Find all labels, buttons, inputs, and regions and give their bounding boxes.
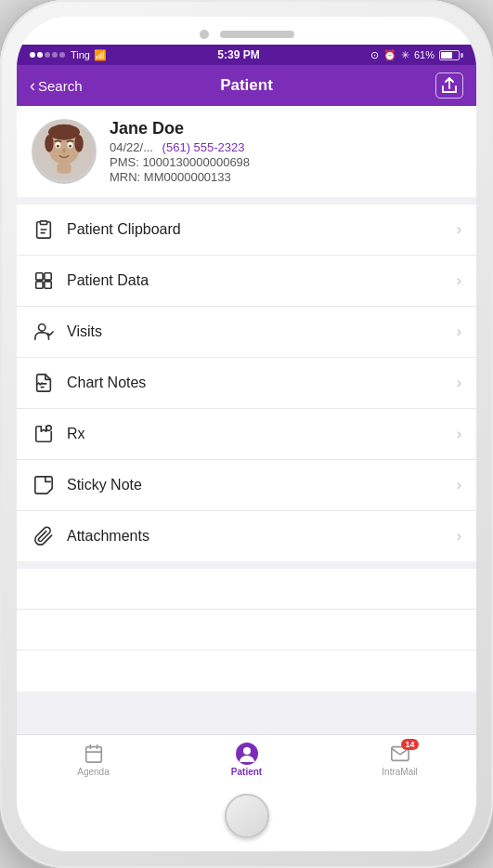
chart-notes-icon (32, 371, 56, 395)
sticky-note-icon (32, 473, 56, 497)
svg-rect-16 (36, 282, 43, 288)
back-chevron-icon: ‹ (30, 77, 35, 94)
chevron-rx: › (457, 426, 461, 442)
intramail-icon-wrap: 14 (389, 743, 411, 765)
dot4 (52, 52, 58, 58)
home-button[interactable] (225, 794, 269, 838)
tab-label-agenda: Agenda (77, 767, 109, 777)
empty-row-3 (17, 651, 476, 691)
phone-frame: Ting 📶 5:39 PM ⊙ ⏰ ✳ 61% ‹ Se (0, 0, 493, 868)
intramail-badge: 14 (401, 739, 418, 750)
patient-name: Jane Doe (110, 119, 461, 138)
alarm-icon: ⏰ (383, 49, 396, 61)
clipboard-icon (32, 217, 56, 242)
patient-pms: PMS: 1000130000000698 (110, 155, 461, 169)
svg-rect-22 (85, 747, 101, 763)
rx-icon (32, 422, 56, 446)
svg-point-8 (57, 145, 59, 148)
menu-item-chart[interactable]: Chart Notes › (17, 358, 476, 409)
empty-row-1 (17, 569, 476, 610)
dot1 (30, 52, 35, 58)
chevron-visits: › (457, 323, 461, 340)
svg-point-3 (48, 125, 80, 140)
status-bar: Ting 📶 5:39 PM ⊙ ⏰ ✳ 61% (17, 45, 476, 65)
chevron-data: › (457, 272, 461, 289)
bluetooth-icon: ✳ (401, 49, 409, 61)
menu-label-attachments: Attachments (67, 528, 457, 545)
location-icon: ⊙ (370, 49, 379, 61)
tab-label-patient: Patient (231, 767, 262, 777)
menu-label-sticky: Sticky Note (67, 477, 457, 493)
menu-item-rx[interactable]: Rx › (17, 409, 476, 460)
tab-label-intramail: IntraMail (382, 767, 417, 777)
empty-row-2 (17, 610, 476, 651)
empty-section (17, 569, 476, 691)
tab-bar: Agenda Patient 1 (17, 734, 476, 783)
battery-tip (461, 53, 463, 58)
speaker-grille (220, 31, 294, 38)
svg-point-9 (69, 145, 71, 148)
svg-point-18 (39, 324, 45, 331)
wifi-icon: 📶 (94, 49, 107, 61)
patient-dob-row: 04/22/... (561) 555-2323 (110, 140, 461, 154)
svg-point-21 (46, 426, 52, 431)
menu-label-chart: Chart Notes (67, 375, 457, 391)
avatar-svg (33, 119, 95, 182)
menu-item-visits[interactable]: Visits › (17, 307, 476, 358)
tab-intramail[interactable]: 14 IntraMail (323, 735, 476, 783)
patient-tab-icon (236, 743, 258, 765)
tab-agenda[interactable]: Agenda (17, 735, 170, 783)
data-icon (32, 269, 56, 293)
svg-rect-11 (40, 221, 46, 225)
camera-dot (200, 30, 209, 39)
battery-fill (441, 52, 452, 59)
menu-item-data[interactable]: Patient Data › (17, 256, 476, 307)
share-button[interactable] (435, 72, 463, 99)
svg-point-4 (45, 135, 53, 152)
status-right: ⊙ ⏰ ✳ 61% (370, 49, 463, 61)
main-content: Jane Doe 04/22/... (561) 555-2323 PMS: 1… (17, 106, 476, 734)
menu-label-clipboard: Patient Clipboard (67, 221, 457, 238)
menu-label-data: Patient Data (67, 272, 457, 289)
menu-label-rx: Rx (67, 426, 457, 442)
phone-screen: Ting 📶 5:39 PM ⊙ ⏰ ✳ 61% ‹ Se (17, 17, 476, 851)
page-title: Patient (220, 76, 273, 95)
agenda-icon (84, 743, 104, 764)
patient-avatar (32, 119, 97, 184)
menu-item-attachments[interactable]: Attachments › (17, 511, 476, 561)
chevron-clipboard: › (457, 221, 461, 238)
patient-mrn: MRN: MM0000000133 (110, 170, 461, 184)
svg-point-5 (74, 135, 83, 152)
svg-rect-17 (45, 282, 51, 288)
patient-info: Jane Doe 04/22/... (561) 555-2323 PMS: 1… (110, 119, 461, 184)
signal-dots (30, 52, 65, 58)
attachments-icon (32, 524, 56, 548)
patient-dob: 04/22/... (110, 140, 153, 154)
patient-phone[interactable]: (561) 555-2323 (162, 140, 245, 154)
chevron-attachments: › (457, 528, 461, 545)
share-icon (442, 77, 457, 94)
patient-card: Jane Doe 04/22/... (561) 555-2323 PMS: 1… (17, 106, 476, 197)
svg-rect-15 (45, 273, 51, 280)
menu-item-sticky[interactable]: Sticky Note › (17, 460, 476, 511)
agenda-icon-wrap (83, 743, 105, 765)
svg-rect-14 (36, 273, 43, 280)
back-button[interactable]: ‹ Search (30, 77, 83, 94)
dot5 (59, 52, 65, 58)
back-label: Search (38, 78, 83, 94)
status-left: Ting 📶 (30, 49, 107, 61)
menu-item-clipboard[interactable]: Patient Clipboard › (17, 204, 476, 256)
svg-point-27 (243, 747, 251, 755)
nav-bar: ‹ Search Patient (17, 65, 476, 106)
battery-body (439, 50, 460, 60)
menu-label-visits: Visits (67, 323, 457, 340)
svg-point-10 (62, 149, 66, 153)
chevron-sticky: › (457, 477, 461, 493)
patient-icon-wrap (236, 743, 258, 765)
speaker-area (17, 17, 476, 45)
home-button-area (17, 783, 476, 851)
carrier-label: Ting (71, 49, 90, 60)
menu-section: Patient Clipboard › Patient Data › (17, 204, 476, 561)
tab-patient[interactable]: Patient (170, 735, 323, 783)
dot2 (37, 52, 43, 58)
